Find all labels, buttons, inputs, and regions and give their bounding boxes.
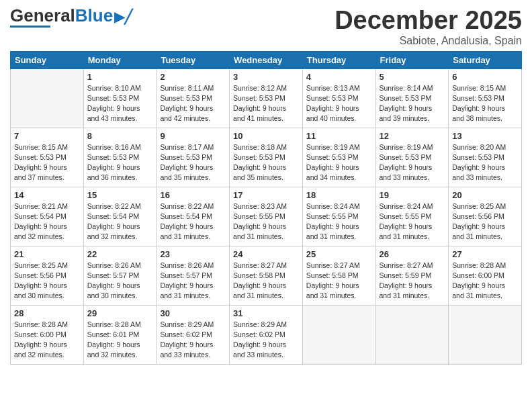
day-info: Sunrise: 8:11 AMSunset: 5:53 PMDaylight:… [160, 83, 226, 124]
logo-underline [10, 26, 50, 28]
day-info: Sunrise: 8:25 AMSunset: 5:56 PMDaylight:… [452, 201, 518, 242]
day-info: Sunrise: 8:25 AMSunset: 5:56 PMDaylight:… [14, 261, 80, 302]
day-number: 8 [87, 131, 153, 141]
weekday-header-saturday: Saturday [449, 51, 522, 68]
calendar-cell: 24Sunrise: 8:27 AMSunset: 5:58 PMDayligh… [230, 246, 303, 305]
calendar-cell [11, 68, 84, 128]
day-number: 16 [160, 190, 226, 200]
calendar-cell: 3Sunrise: 8:12 AMSunset: 5:53 PMDaylight… [230, 68, 303, 128]
calendar-cell: 22Sunrise: 8:26 AMSunset: 5:57 PMDayligh… [83, 246, 157, 305]
day-info: Sunrise: 8:22 AMSunset: 5:54 PMDaylight:… [160, 201, 226, 242]
day-info: Sunrise: 8:15 AMSunset: 5:53 PMDaylight:… [14, 142, 80, 183]
day-number: 17 [233, 190, 299, 200]
day-number: 22 [87, 249, 153, 259]
day-info: Sunrise: 8:27 AMSunset: 5:58 PMDaylight:… [306, 261, 372, 302]
day-number: 4 [306, 72, 372, 82]
day-info: Sunrise: 8:29 AMSunset: 6:02 PMDaylight:… [233, 320, 299, 361]
calendar-cell: 5Sunrise: 8:14 AMSunset: 5:53 PMDaylight… [375, 68, 449, 128]
day-info: Sunrise: 8:28 AMSunset: 6:01 PMDaylight:… [87, 320, 153, 361]
calendar-cell: 6Sunrise: 8:15 AMSunset: 5:53 PMDaylight… [449, 68, 522, 128]
day-info: Sunrise: 8:26 AMSunset: 5:57 PMDaylight:… [160, 261, 226, 302]
calendar-cell: 27Sunrise: 8:28 AMSunset: 6:00 PMDayligh… [449, 246, 522, 305]
day-number: 1 [87, 72, 153, 82]
calendar-cell: 11Sunrise: 8:19 AMSunset: 5:53 PMDayligh… [302, 128, 375, 187]
day-info: Sunrise: 8:20 AMSunset: 5:53 PMDaylight:… [452, 142, 518, 183]
day-info: Sunrise: 8:22 AMSunset: 5:54 PMDaylight:… [87, 201, 153, 242]
calendar-cell: 2Sunrise: 8:11 AMSunset: 5:53 PMDaylight… [157, 68, 230, 128]
day-number: 5 [380, 72, 445, 82]
location-title: Sabiote, Andalusia, Spain [335, 35, 522, 47]
calendar-table: SundayMondayTuesdayWednesdayThursdayFrid… [10, 51, 522, 365]
calendar-cell: 21Sunrise: 8:25 AMSunset: 5:56 PMDayligh… [11, 246, 84, 305]
weekday-header-friday: Friday [375, 51, 449, 68]
day-info: Sunrise: 8:15 AMSunset: 5:53 PMDaylight:… [452, 83, 518, 124]
day-info: Sunrise: 8:12 AMSunset: 5:53 PMDaylight:… [233, 83, 299, 124]
calendar-cell: 15Sunrise: 8:22 AMSunset: 5:54 PMDayligh… [83, 187, 157, 246]
day-info: Sunrise: 8:24 AMSunset: 5:55 PMDaylight:… [380, 201, 445, 242]
day-number: 23 [160, 249, 226, 259]
calendar-cell: 4Sunrise: 8:13 AMSunset: 5:53 PMDaylight… [302, 68, 375, 128]
page-container: GeneralBlue▶╱ December 2025 Sabiote, And… [0, 0, 532, 371]
day-number: 31 [233, 308, 299, 318]
calendar-cell [449, 305, 522, 364]
calendar-week-row: 7Sunrise: 8:15 AMSunset: 5:53 PMDaylight… [11, 128, 522, 187]
day-number: 30 [160, 308, 226, 318]
day-info: Sunrise: 8:23 AMSunset: 5:55 PMDaylight:… [233, 201, 299, 242]
day-info: Sunrise: 8:29 AMSunset: 6:02 PMDaylight:… [160, 320, 226, 361]
calendar-cell: 12Sunrise: 8:19 AMSunset: 5:53 PMDayligh… [375, 128, 449, 187]
day-info: Sunrise: 8:19 AMSunset: 5:53 PMDaylight:… [380, 142, 445, 183]
logo-blue-text: Blue [75, 5, 113, 26]
calendar-cell: 20Sunrise: 8:25 AMSunset: 5:56 PMDayligh… [449, 187, 522, 246]
weekday-header-monday: Monday [83, 51, 157, 68]
title-block: December 2025 Sabiote, Andalusia, Spain [335, 7, 522, 47]
calendar-cell: 8Sunrise: 8:16 AMSunset: 5:53 PMDaylight… [83, 128, 157, 187]
day-number: 6 [452, 72, 518, 82]
day-info: Sunrise: 8:21 AMSunset: 5:54 PMDaylight:… [14, 201, 80, 242]
calendar-cell: 29Sunrise: 8:28 AMSunset: 6:01 PMDayligh… [83, 305, 157, 364]
month-title: December 2025 [335, 7, 522, 35]
calendar-cell: 28Sunrise: 8:28 AMSunset: 6:00 PMDayligh… [11, 305, 84, 364]
day-number: 29 [87, 308, 153, 318]
day-number: 15 [87, 190, 153, 200]
day-number: 2 [160, 72, 226, 82]
day-info: Sunrise: 8:16 AMSunset: 5:53 PMDaylight:… [87, 142, 153, 183]
day-number: 21 [14, 249, 80, 259]
calendar-cell: 13Sunrise: 8:20 AMSunset: 5:53 PMDayligh… [449, 128, 522, 187]
day-info: Sunrise: 8:28 AMSunset: 6:00 PMDaylight:… [452, 261, 518, 302]
day-number: 26 [380, 249, 445, 259]
day-number: 24 [233, 249, 299, 259]
logo-block: GeneralBlue▶╱ [10, 7, 132, 28]
day-info: Sunrise: 8:18 AMSunset: 5:53 PMDaylight:… [233, 142, 299, 183]
day-number: 28 [14, 308, 80, 318]
calendar-cell [302, 305, 375, 364]
logo: GeneralBlue▶╱ [10, 7, 132, 28]
calendar-cell: 31Sunrise: 8:29 AMSunset: 6:02 PMDayligh… [230, 305, 303, 364]
calendar-week-row: 21Sunrise: 8:25 AMSunset: 5:56 PMDayligh… [11, 246, 522, 305]
calendar-cell: 19Sunrise: 8:24 AMSunset: 5:55 PMDayligh… [375, 187, 449, 246]
day-info: Sunrise: 8:28 AMSunset: 6:00 PMDaylight:… [14, 320, 80, 361]
calendar-cell: 30Sunrise: 8:29 AMSunset: 6:02 PMDayligh… [157, 305, 230, 364]
day-number: 12 [380, 131, 445, 141]
weekday-header-row: SundayMondayTuesdayWednesdayThursdayFrid… [11, 51, 522, 68]
calendar-cell [375, 305, 449, 364]
day-number: 25 [306, 249, 372, 259]
day-info: Sunrise: 8:14 AMSunset: 5:53 PMDaylight:… [380, 83, 445, 124]
calendar-cell: 10Sunrise: 8:18 AMSunset: 5:53 PMDayligh… [230, 128, 303, 187]
calendar-cell: 7Sunrise: 8:15 AMSunset: 5:53 PMDaylight… [11, 128, 84, 187]
day-number: 27 [452, 249, 518, 259]
day-info: Sunrise: 8:17 AMSunset: 5:53 PMDaylight:… [160, 142, 226, 183]
logo-bird-icon: ▶╱ [114, 10, 132, 24]
day-info: Sunrise: 8:19 AMSunset: 5:53 PMDaylight:… [306, 142, 372, 183]
calendar-cell: 16Sunrise: 8:22 AMSunset: 5:54 PMDayligh… [157, 187, 230, 246]
day-number: 9 [160, 131, 226, 141]
calendar-cell: 1Sunrise: 8:10 AMSunset: 5:53 PMDaylight… [83, 68, 157, 128]
day-info: Sunrise: 8:13 AMSunset: 5:53 PMDaylight:… [306, 83, 372, 124]
calendar-cell: 26Sunrise: 8:27 AMSunset: 5:59 PMDayligh… [375, 246, 449, 305]
day-info: Sunrise: 8:24 AMSunset: 5:55 PMDaylight:… [306, 201, 372, 242]
calendar-week-row: 1Sunrise: 8:10 AMSunset: 5:53 PMDaylight… [11, 68, 522, 128]
day-number: 3 [233, 72, 299, 82]
header: GeneralBlue▶╱ December 2025 Sabiote, And… [10, 7, 522, 47]
day-number: 19 [380, 190, 445, 200]
day-info: Sunrise: 8:27 AMSunset: 5:59 PMDaylight:… [380, 261, 445, 302]
day-info: Sunrise: 8:27 AMSunset: 5:58 PMDaylight:… [233, 261, 299, 302]
